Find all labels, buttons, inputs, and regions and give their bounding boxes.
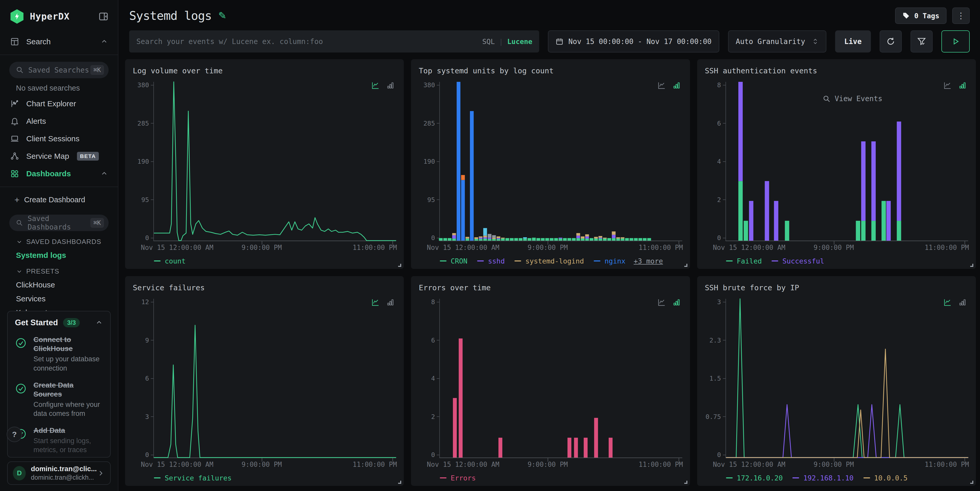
updown-chevron-icon [812, 38, 819, 45]
x-axis-label: 9:00:00 PM [242, 244, 282, 251]
get-started-step-add-data[interactable]: Add Data Start sending logs, metrics, or… [15, 426, 103, 454]
sidebar-item-dashboards[interactable]: Dashboards [0, 165, 118, 183]
chart-title: Errors over time [419, 283, 682, 292]
chevron-down-icon [16, 238, 23, 245]
sidebar-collapse-icon[interactable] [98, 11, 108, 22]
saved-searches-placeholder: Saved Searches [28, 66, 89, 75]
x-axis-label: 11:00:00 PM [925, 244, 969, 251]
sidebar-item-service-map[interactable]: Service Map BETA [0, 148, 118, 165]
dashboard-menu-button[interactable]: ⋮ [952, 8, 970, 24]
create-dashboard-button[interactable]: + Create Dashboard [0, 192, 118, 208]
bar-segment-Errors [498, 438, 502, 458]
panel-ssh-brute-force: SSH brute force by IP 32.31.50.750 Nov 1… [697, 276, 976, 486]
panel-resize-handle[interactable] [684, 481, 687, 484]
saved-dashboards-input[interactable]: Saved Dashboards ⌘K [9, 215, 108, 231]
get-started-step-sources[interactable]: Create Data Sources Configure where your… [15, 381, 103, 418]
series-line-10.0.0.5 [726, 349, 968, 458]
dashboard-link-services[interactable]: Services [0, 292, 118, 306]
get-started-title: Get Started [15, 318, 58, 327]
bar-segment-other-cyan [523, 237, 527, 238]
y-axis-label: 0 [717, 235, 725, 241]
time-range-picker[interactable]: Nov 15 00:00:00 - Nov 17 00:00:00 [548, 30, 719, 52]
page-title: Systemd logs [129, 9, 212, 23]
legend-item[interactable]: Failed [726, 257, 762, 265]
panel-top-systemd-units: Top systemd units by log count 380285190… [411, 59, 690, 269]
panel-resize-handle[interactable] [398, 481, 401, 484]
legend-dash-icon [440, 477, 447, 478]
bar-segment-systemd-logind [483, 236, 487, 237]
service-map-icon [10, 152, 19, 160]
bar-segment-CRON [448, 238, 452, 241]
legend-item[interactable]: 172.16.0.20 [726, 474, 783, 482]
bar-segment-CRON [603, 238, 607, 241]
sidebar-item-chart-explorer[interactable]: Chart Explorer [0, 95, 118, 113]
sidebar-item-client-sessions[interactable]: Client Sessions [0, 130, 118, 148]
y-axis-label: 3 [717, 299, 725, 305]
legend-item[interactable]: nginx [594, 257, 625, 265]
bar-segment-Errors [594, 418, 598, 458]
mode-divider: | [499, 38, 503, 46]
sidebar-item-search[interactable]: Search [0, 33, 118, 51]
y-axis-label: 4 [717, 158, 725, 165]
view-events-link[interactable]: View Events [823, 94, 882, 103]
legend-item[interactable]: 192.168.1.10 [792, 474, 853, 482]
presets-group[interactable]: PRESETS [0, 262, 118, 278]
panel-resize-handle[interactable] [970, 481, 973, 484]
series-line-192.168.1.10 [726, 405, 968, 458]
mode-lucene[interactable]: Lucene [507, 38, 533, 46]
tags-button[interactable]: 0 Tags [895, 8, 947, 24]
beta-badge: BETA [77, 152, 99, 160]
refresh-button[interactable] [880, 30, 902, 52]
y-axis-label: 380 [137, 82, 153, 88]
bar-segment-CRON [581, 238, 585, 241]
search-icon [16, 219, 23, 227]
legend-item[interactable]: Errors [440, 474, 476, 482]
step-title: Connect to ClickHouse [33, 335, 103, 353]
legend-item[interactable]: sshd [477, 257, 505, 265]
legend-item[interactable]: 10.0.0.5 [864, 474, 908, 482]
legend-item[interactable]: systemd-logind [514, 257, 584, 265]
panel-resize-handle[interactable] [398, 264, 401, 267]
chevron-up-icon[interactable] [95, 319, 103, 327]
legend-item[interactable]: Service failures [154, 474, 232, 482]
get-started-step-connect[interactable]: Connect to ClickHouse Set up your databa… [15, 335, 103, 373]
main-content: Systemd logs ✎ 0 Tags ⋮ Search your even… [118, 0, 980, 491]
panel-resize-handle[interactable] [684, 264, 687, 267]
search-icon [823, 95, 830, 103]
help-button[interactable]: ? [7, 427, 22, 442]
get-started-progress-badge: 3/3 [63, 318, 80, 327]
x-axis-label: Nov 15 12:00:00 AM [713, 461, 786, 468]
saved-dashboards-group[interactable]: SAVED DASHBOARDS [0, 233, 118, 248]
chevron-up-icon[interactable] [100, 170, 108, 178]
user-card[interactable]: D dominic.tran@clic... dominic.tran@clic… [7, 461, 111, 485]
event-search-input[interactable]: Search your events w/ Lucene ex. column:… [129, 30, 539, 52]
x-axis-label: 11:00:00 PM [639, 244, 683, 251]
sidebar-item-alerts[interactable]: Alerts [0, 113, 118, 130]
mode-sql[interactable]: SQL [482, 38, 495, 46]
edit-title-icon[interactable]: ✎ [218, 10, 226, 21]
chevron-up-icon[interactable] [100, 38, 108, 46]
granularity-select[interactable]: Auto Granularity [728, 30, 826, 52]
legend-item[interactable]: Successful [772, 257, 824, 265]
run-query-button[interactable] [942, 30, 970, 52]
legend-more-link[interactable]: +3 more [633, 257, 663, 265]
y-axis-label: 8 [717, 82, 725, 88]
dashboard-link-systemd-logs[interactable]: Systemd logs [0, 248, 118, 262]
bar-segment-CRON [474, 239, 479, 241]
dashboard-link-clickhouse[interactable]: ClickHouse [0, 278, 118, 292]
bar-segment-Successful [738, 82, 743, 181]
bar-segment-Failed [881, 201, 886, 241]
legend-dash-icon [772, 261, 778, 261]
legend-dash-icon [440, 261, 447, 261]
legend-item[interactable]: count [154, 257, 186, 265]
saved-searches-input[interactable]: Saved Searches ⌘K [9, 62, 108, 78]
bar-segment-CRON [510, 238, 514, 241]
bar-segment-Successful [871, 141, 875, 221]
live-button[interactable]: Live [835, 30, 871, 52]
bar-segment-CRON [452, 238, 456, 241]
panel-resize-handle[interactable] [970, 264, 973, 267]
y-axis-label: 0 [145, 235, 153, 241]
filter-button[interactable] [910, 30, 933, 52]
legend-item[interactable]: CRON [440, 257, 467, 265]
bar-segment-systemd-logind [612, 231, 616, 235]
